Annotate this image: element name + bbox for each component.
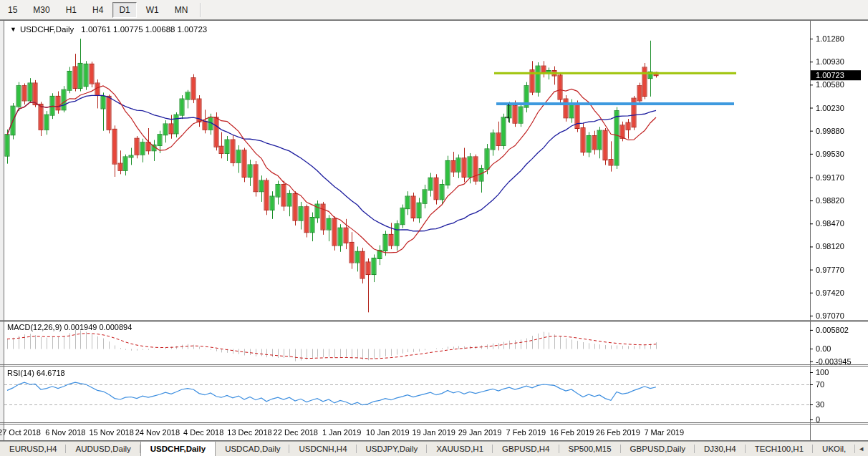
chart-tab-gbpusd-daily[interactable]: GBPUSD,Daily: [621, 442, 695, 456]
chart-tab-usdcad-daily[interactable]: USDCAD,Daily: [216, 442, 289, 456]
chart-canvas[interactable]: [0, 20, 868, 441]
chart-tab-dj30-h4[interactable]: DJ30,H4: [695, 442, 746, 456]
chart-tab-tech100-h1[interactable]: TECH100,H1: [746, 442, 813, 456]
timeframe-button-H1[interactable]: H1: [59, 2, 83, 18]
timeframe-button-MN[interactable]: MN: [168, 2, 195, 18]
tabs-scroll-buttons: ◄►: [855, 442, 868, 456]
chart-tab-xauusd-h1[interactable]: XAUUSD,H1: [427, 442, 493, 456]
chart-tab-sp500-m15[interactable]: SP500,M15: [559, 442, 621, 456]
timeframe-button-M30[interactable]: M30: [26, 2, 56, 18]
timeframe-button-D1[interactable]: D1: [112, 2, 136, 18]
timeframe-button-H4[interactable]: H4: [86, 2, 110, 18]
timeframe-toolbar: 15M30H1H4D1W1MN: [0, 0, 868, 20]
chart-tab-usdjpy-daily[interactable]: USDJPY,Daily: [357, 442, 428, 456]
chart-tab-eurusd-h4[interactable]: EURUSD,H4: [0, 442, 66, 456]
chart-tab-audusd-daily[interactable]: AUDUSD,Daily: [66, 442, 140, 456]
chart-area: ▼USDCHF,Daily1.00761 1.00775 1.00688 1.0…: [0, 20, 868, 441]
chart-tabs-bar: EURUSD,H4AUDUSD,DailyUSDCHF,DailyUSDCAD,…: [0, 441, 868, 456]
timeframe-button-W1[interactable]: W1: [140, 2, 165, 18]
chart-tab-ukoil-[interactable]: UKOil,: [813, 442, 855, 456]
timeframe-button-15[interactable]: 15: [1, 2, 24, 18]
toolbar-separator: [200, 3, 201, 17]
chart-tab-usdcnh-h4[interactable]: USDCNH,H4: [289, 442, 356, 456]
chart-tab-usdchf-daily[interactable]: USDCHF,Daily: [140, 442, 216, 456]
chart-tab-gbpusd-h4[interactable]: GBPUSD,H4: [493, 442, 559, 456]
tabs-scroll-left-button[interactable]: ◄: [858, 445, 864, 452]
mt4-window: 15M30H1H4D1W1MN ▼USDCHF,Daily1.00761 1.0…: [0, 0, 868, 456]
